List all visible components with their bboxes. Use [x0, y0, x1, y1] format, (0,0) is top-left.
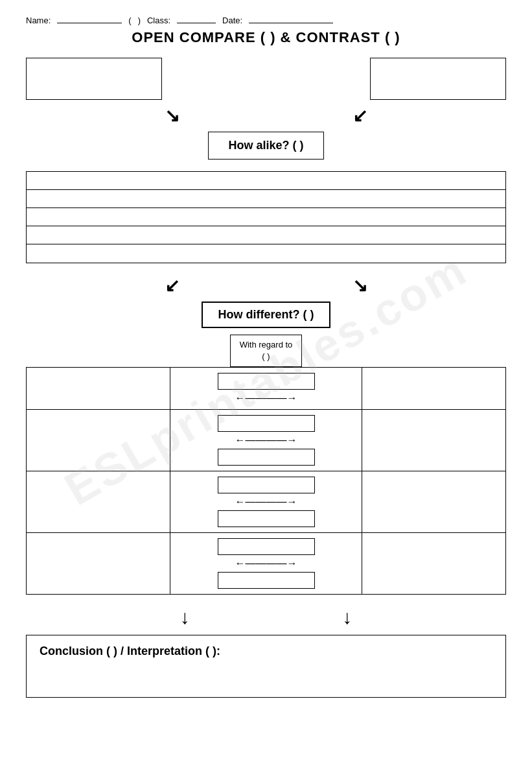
table-row: ←————→	[27, 533, 506, 595]
left-cell-1	[27, 410, 170, 471]
how-different-box: How different? ( )	[202, 302, 331, 328]
paren-left: (	[128, 16, 131, 25]
date-label: Date:	[222, 16, 242, 25]
right-cell-header	[362, 368, 506, 410]
center-box-h1	[218, 373, 315, 390]
center-box-1	[218, 415, 315, 432]
left-cell-2	[27, 471, 170, 533]
arrows-to-how-alike: ↘ ↙	[26, 105, 506, 126]
center-box-2	[218, 477, 315, 493]
arrow-right-down-2-icon: ↘	[353, 275, 367, 296]
how-different-wrapper: How different? ( )	[26, 302, 506, 328]
name-field	[57, 13, 122, 23]
arrow-lr-3: ←————→	[208, 558, 325, 569]
center-cell-header: ←————→	[170, 368, 362, 410]
lined-row-1	[27, 172, 505, 190]
table-row: ←————→	[27, 471, 506, 533]
center-box-3	[218, 538, 315, 555]
center-cell-3: ←————→	[170, 533, 362, 595]
header: Name: ( ) Class: Date:	[26, 13, 506, 25]
conclusion-box: Conclusion ( ) / Interpretation ( ):	[26, 635, 506, 698]
how-alike-wrapper: How alike? ( )	[26, 132, 506, 160]
comparison-table: ←————→ ←————→ ←————→	[26, 367, 506, 595]
center-box-1b	[218, 449, 315, 466]
how-alike-box: How alike? ( )	[208, 132, 323, 160]
paren-right: )	[138, 16, 141, 25]
with-regard-wrapper: With regard to ( )	[26, 335, 506, 367]
lined-row-3	[27, 208, 505, 226]
arrow-lr-1: ←————→	[208, 434, 325, 446]
right-cell-2	[362, 471, 506, 533]
arrow-down-right-icon: ↓	[342, 606, 352, 628]
topic-box-left	[26, 58, 162, 100]
class-field	[177, 13, 216, 23]
with-regard-text: With regard to	[240, 340, 293, 349]
center-inner-3: ←————→	[174, 536, 358, 591]
with-regard-box: With regard to ( )	[230, 335, 303, 367]
lined-row-2	[27, 190, 505, 208]
center-inner-1: ←————→	[174, 412, 358, 468]
page-title: OPEN COMPARE ( ) & CONTRAST ( )	[26, 29, 506, 46]
top-boxes-section	[26, 58, 506, 100]
left-cell-3	[27, 533, 170, 595]
name-label: Name:	[26, 16, 51, 25]
table-row: ←————→	[27, 368, 506, 410]
right-cell-3	[362, 533, 506, 595]
class-label: Class:	[147, 16, 170, 25]
center-cell-2: ←————→	[170, 471, 362, 533]
similarities-lined-box	[26, 171, 506, 263]
arrow-lr-2: ←————→	[208, 496, 325, 508]
right-cell-1	[362, 410, 506, 471]
arrow-left-down-2-icon: ↙	[165, 275, 179, 296]
center-inner-2: ←————→	[174, 474, 358, 530]
arrow-down-left-icon: ↓	[180, 606, 190, 628]
left-cell-header	[27, 368, 170, 410]
center-box-3b	[218, 572, 315, 589]
with-regard-paren: ( )	[262, 351, 270, 361]
date-field	[249, 13, 333, 23]
topic-box-right	[370, 58, 506, 100]
arrows-to-conclusion: ↓ ↓	[26, 606, 506, 628]
lined-row-4	[27, 226, 505, 244]
center-box-2b	[218, 510, 315, 527]
arrow-right-down-icon: ↘	[165, 105, 179, 126]
arrow-left-down-icon: ↙	[353, 105, 367, 126]
lined-row-5	[27, 244, 505, 263]
center-inner-header: ←————→	[174, 370, 358, 407]
center-cell-1: ←————→	[170, 410, 362, 471]
arrow-lr-h1: ←————→	[208, 392, 325, 404]
table-row: ←————→	[27, 410, 506, 471]
arrows-to-how-different: ↙ ↘	[26, 275, 506, 296]
